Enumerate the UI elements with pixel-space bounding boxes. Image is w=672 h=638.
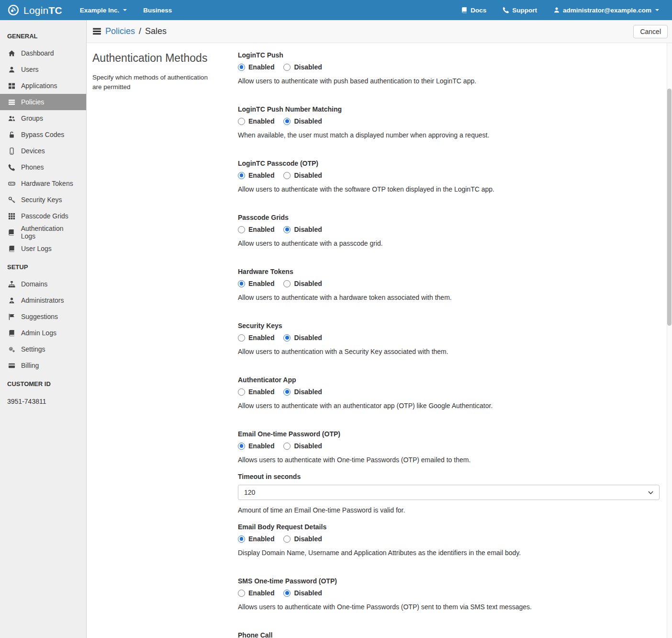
select-value: 120: [244, 489, 255, 496]
sidebar-item-security-keys[interactable]: Security Keys: [0, 192, 86, 208]
sidebar-item-users[interactable]: Users: [0, 61, 86, 78]
radio-circle: [238, 280, 245, 287]
sidebar-item-applications[interactable]: Applications: [0, 78, 86, 94]
sidebar-item-label: Users: [21, 66, 39, 73]
radio-email-one-time-password-otp-enabled[interactable]: Enabled: [238, 442, 274, 450]
sidebar-item-label: Devices: [21, 147, 45, 155]
breadcrumb-policies-link[interactable]: Policies: [105, 26, 135, 36]
sidebar-item-label: User Logs: [21, 245, 52, 252]
radio-logintc-passcode-otp-disabled[interactable]: Disabled: [283, 171, 322, 179]
sidebar-item-suggestions[interactable]: Suggestions: [0, 308, 86, 325]
scrollbar-thumb[interactable]: [667, 89, 672, 326]
radio-group-email-body-request-details: EnabledDisabled: [238, 535, 660, 543]
policy-email-body-request-details: Email Body Request DetailsEnabledDisable…: [238, 523, 660, 558]
sidebar-item-label: Settings: [21, 345, 45, 353]
policy-logintc-push-number-matching: LoginTC Push Number MatchingEnabledDisab…: [238, 105, 660, 140]
radio-option-label: Enabled: [248, 535, 274, 543]
radio-sms-one-time-password-otp-enabled[interactable]: Enabled: [238, 589, 274, 597]
radio-security-keys-disabled[interactable]: Disabled: [283, 334, 322, 342]
sidebar-item-bypass-codes[interactable]: Bypass Codes: [0, 126, 86, 143]
radio-hardware-tokens-disabled[interactable]: Disabled: [283, 280, 322, 287]
policy-help-text: Amount of time an Email One-time Passwor…: [238, 505, 660, 515]
sidebar-item-label: Authentication Logs: [21, 225, 79, 240]
policy-phone-call: Phone CallOne-stepOne-time Password (OTP…: [238, 631, 660, 638]
policy-label: Email Body Request Details: [238, 523, 660, 531]
sidebar-item-settings[interactable]: Settings: [0, 341, 86, 357]
radio-option-label: Enabled: [248, 334, 274, 342]
home-icon: [7, 50, 16, 57]
sidebar-item-authentication-logs[interactable]: Authentication Logs: [0, 224, 86, 240]
radio-option-label: Disabled: [294, 226, 322, 233]
radio-option-label: Enabled: [248, 117, 274, 125]
policy-help-text: Allow users to authenticate with a passc…: [238, 239, 660, 249]
radio-passcode-grids-disabled[interactable]: Disabled: [283, 226, 322, 233]
radio-circle: [238, 118, 245, 125]
policy-label: Security Keys: [238, 322, 660, 330]
sidebar-item-billing[interactable]: Billing: [0, 357, 86, 374]
nav-business[interactable]: Business: [135, 0, 180, 20]
policy-security-keys: Security KeysEnabledDisabledAllow users …: [238, 322, 660, 357]
sidebar-item-phones[interactable]: Phones: [0, 159, 86, 175]
chevron-down-icon: [648, 491, 653, 494]
sidebar-item-hardware-tokens[interactable]: Hardware Tokens: [0, 175, 86, 192]
logintc-brand[interactable]: LoginTC: [0, 4, 72, 16]
sidebar-item-domains[interactable]: Domains: [0, 276, 86, 292]
policy-label: LoginTC Push: [238, 51, 660, 59]
mobile-icon: [7, 148, 16, 155]
radio-logintc-push-number-matching-enabled[interactable]: Enabled: [238, 117, 274, 125]
policy-label: Phone Call: [238, 631, 660, 638]
radio-security-keys-enabled[interactable]: Enabled: [238, 334, 274, 342]
radio-logintc-push-enabled[interactable]: Enabled: [238, 63, 274, 71]
sidebar-item-administrators[interactable]: Administrators: [0, 292, 86, 308]
policy-label: Hardware Tokens: [238, 268, 660, 275]
radio-logintc-push-number-matching-disabled[interactable]: Disabled: [283, 117, 322, 125]
sidebar-item-label: Bypass Codes: [21, 131, 64, 138]
sidebar-item-label: Passcode Grids: [21, 212, 68, 220]
radio-logintc-passcode-otp-enabled[interactable]: Enabled: [238, 171, 274, 179]
radio-group-logintc-passcode-otp: EnabledDisabled: [238, 171, 660, 179]
radio-hardware-tokens-enabled[interactable]: Enabled: [238, 280, 274, 287]
sidebar-item-policies[interactable]: Policies: [0, 94, 86, 110]
timeout-in-seconds-select[interactable]: 120: [238, 485, 660, 500]
breadcrumb-current: Sales: [145, 26, 167, 36]
radio-passcode-grids-enabled[interactable]: Enabled: [238, 226, 274, 233]
radio-circle: [283, 280, 291, 287]
radio-option-label: Disabled: [294, 117, 322, 125]
nav-support[interactable]: Support: [494, 0, 545, 20]
radio-group-passcode-grids: EnabledDisabled: [238, 226, 660, 233]
book-icon: [461, 7, 468, 13]
account-menu[interactable]: administrator@example.com: [545, 0, 667, 20]
policy-passcode-grids: Passcode GridsEnabledDisabledAllow users…: [238, 214, 660, 249]
sidebar-item-passcode-grids[interactable]: Passcode Grids: [0, 208, 86, 224]
user-icon: [553, 7, 560, 13]
radio-email-one-time-password-otp-disabled[interactable]: Disabled: [283, 442, 322, 450]
radio-sms-one-time-password-otp-disabled[interactable]: Disabled: [283, 589, 322, 597]
radio-logintc-push-disabled[interactable]: Disabled: [283, 63, 322, 71]
breadcrumb-separator: /: [139, 26, 141, 36]
policy-label: Authenticator App: [238, 376, 660, 384]
radio-option-label: Disabled: [294, 63, 322, 71]
sidebar-item-label: Dashboard: [21, 49, 54, 57]
policy-authenticator-app: Authenticator AppEnabledDisabledAllow us…: [238, 376, 660, 411]
hardware-token-icon: [7, 180, 16, 187]
org-menu[interactable]: Example Inc.: [72, 0, 135, 20]
key-icon: [7, 196, 16, 204]
radio-option-label: Enabled: [248, 226, 274, 233]
cancel-button[interactable]: Cancel: [633, 25, 668, 38]
sidebar-item-groups[interactable]: Groups: [0, 110, 86, 126]
scrollbar-track[interactable]: [667, 43, 672, 638]
radio-email-body-request-details-enabled[interactable]: Enabled: [238, 535, 274, 543]
radio-email-body-request-details-disabled[interactable]: Disabled: [283, 535, 322, 543]
radio-circle: [283, 118, 291, 125]
sidebar-item-admin-logs[interactable]: Admin Logs: [0, 325, 86, 341]
sidebar-item-dashboard[interactable]: Dashboard: [0, 45, 86, 61]
nav-docs[interactable]: Docs: [453, 0, 494, 20]
radio-circle: [238, 388, 245, 396]
sidebar-item-devices[interactable]: Devices: [0, 143, 86, 159]
radio-authenticator-app-disabled[interactable]: Disabled: [283, 388, 322, 396]
radio-authenticator-app-enabled[interactable]: Enabled: [238, 388, 274, 396]
sidebar-item-user-logs[interactable]: User Logs: [0, 240, 86, 257]
radio-group-email-one-time-password-otp: EnabledDisabled: [238, 442, 660, 450]
policy-sms-one-time-password-otp: SMS One-time Password (OTP)EnabledDisabl…: [238, 577, 660, 612]
sidebar-item-label: Policies: [21, 98, 44, 106]
